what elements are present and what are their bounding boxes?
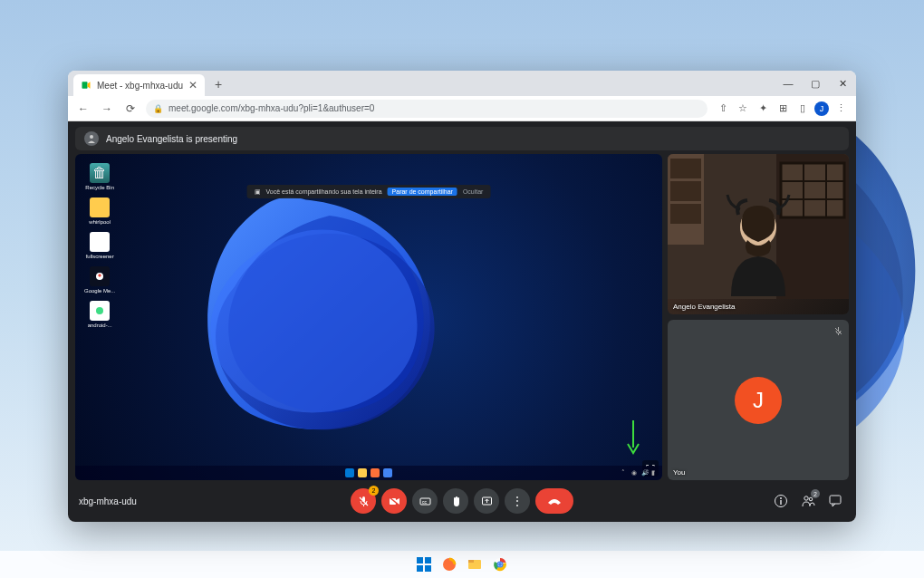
toolbar-right: ⇧ ☆ ✦ ⊞ ▯ J ⋮ xyxy=(715,101,849,117)
window-controls: — ▢ ✕ xyxy=(775,71,856,96)
firefox-icon[interactable] xyxy=(441,556,457,573)
svg-rect-27 xyxy=(670,204,701,224)
sharing-text: Você está compartilhando sua tela inteir… xyxy=(266,188,382,195)
svg-point-12 xyxy=(90,135,93,139)
participant-video-tile[interactable]: Angelo Evangelista xyxy=(668,154,849,314)
svg-text:cc: cc xyxy=(422,498,428,504)
folder-icon[interactable]: whirlpool xyxy=(84,197,115,225)
svg-point-39 xyxy=(804,496,808,500)
svg-rect-41 xyxy=(830,496,841,504)
avatar-initial: J xyxy=(735,377,782,424)
meet-info-icons: 2 xyxy=(771,491,845,511)
presenter-avatar-icon xyxy=(84,131,99,146)
sharing-indicator-icon: ▣ xyxy=(255,188,261,196)
tab-strip: Meet - xbg-mhxa-udu ✕ + — ▢ ✕ xyxy=(68,71,856,96)
svg-rect-26 xyxy=(670,181,701,201)
call-controls: 2 cc ⋮ xyxy=(351,488,573,514)
svg-rect-1 xyxy=(425,557,431,564)
minimize-button[interactable]: — xyxy=(775,71,802,96)
url-text: meet.google.com/xbg-mhxa-udu?pli=1&authu… xyxy=(168,103,374,113)
meet-app: Angelo Evangelista is presenting xyxy=(68,121,856,522)
recycle-bin-icon[interactable]: 🗑 Recycle Bin xyxy=(84,163,115,190)
present-button[interactable] xyxy=(474,488,499,514)
svg-rect-11 xyxy=(82,82,88,89)
close-window-button[interactable]: ✕ xyxy=(829,71,856,96)
chat-icon[interactable] xyxy=(825,491,845,511)
people-count-badge: 2 xyxy=(811,489,820,498)
share-icon[interactable]: ⇧ xyxy=(715,101,731,117)
shared-desktop-icons: 🗑 Recycle Bin whirlpool fullscreener Goo… xyxy=(84,163,115,328)
svg-rect-3 xyxy=(425,565,431,572)
muted-mic-icon xyxy=(832,324,844,337)
tab-close-icon[interactable]: ✕ xyxy=(188,79,197,92)
svg-point-40 xyxy=(809,497,813,501)
shared-system-tray: ˄ ◉ 🔊 ▮ xyxy=(621,466,659,480)
svg-rect-6 xyxy=(468,560,474,563)
meet-main: ▣ Você está compartilhando sua tela inte… xyxy=(68,154,856,480)
captions-button[interactable]: cc xyxy=(412,488,438,514)
forward-button[interactable]: → xyxy=(99,101,115,117)
sharing-notification: ▣ Você está compartilhando sua tela inte… xyxy=(247,185,491,198)
browser-tab[interactable]: Meet - xbg-mhxa-udu ✕ xyxy=(73,74,205,96)
svg-point-10 xyxy=(498,563,502,566)
presenting-text: Angelo Evangelista is presenting xyxy=(106,134,237,144)
tray-battery-icon: ▮ xyxy=(651,469,659,477)
address-bar: ← → ⟳ 🔒 meet.google.com/xbg-mhxa-udu?pli… xyxy=(68,96,856,121)
inner-firefox-icon xyxy=(371,468,380,477)
shared-screen-tile[interactable]: ▣ Você está compartilhando sua tela inte… xyxy=(75,154,662,480)
host-taskbar xyxy=(0,551,924,578)
more-options-button[interactable]: ⋮ xyxy=(505,488,530,514)
kebab-menu-icon[interactable]: ⋮ xyxy=(833,101,849,117)
hide-notice-button[interactable]: Ocultar xyxy=(463,188,484,195)
back-button[interactable]: ← xyxy=(75,101,91,117)
participant-name: Angelo Evangelista xyxy=(673,303,736,311)
hangup-button[interactable] xyxy=(535,488,573,514)
mic-badge: 2 xyxy=(369,486,379,496)
file-icon[interactable]: fullscreener xyxy=(84,232,115,259)
meeting-info-icon[interactable] xyxy=(771,491,791,511)
tray-volume-icon: 🔊 xyxy=(641,469,649,477)
inner-chrome-icon xyxy=(383,468,392,477)
annotation-arrow-icon xyxy=(624,419,642,455)
lock-icon: 🔒 xyxy=(153,104,163,113)
camera-button[interactable] xyxy=(381,488,407,514)
new-tab-button[interactable]: + xyxy=(208,74,228,94)
maximize-button[interactable]: ▢ xyxy=(802,71,829,96)
omnibox[interactable]: 🔒 meet.google.com/xbg-mhxa-udu?pli=1&aut… xyxy=(146,100,707,118)
person-silhouette-icon xyxy=(704,188,813,296)
meet-controls-bar: xbg-mhxa-udu 2 cc ⋮ xyxy=(68,480,856,522)
participant-avatar-tile[interactable]: J You xyxy=(668,320,849,480)
svg-rect-25 xyxy=(670,159,701,178)
inner-start-icon xyxy=(345,468,354,477)
inner-explorer-icon xyxy=(358,468,367,477)
star-icon[interactable]: ☆ xyxy=(735,101,751,117)
wallpaper-bloom-icon xyxy=(163,175,480,447)
svg-rect-0 xyxy=(417,557,423,564)
raise-hand-button[interactable] xyxy=(443,488,468,514)
mic-button[interactable]: 2 xyxy=(351,488,376,514)
people-icon[interactable]: 2 xyxy=(798,491,818,511)
browser-window: Meet - xbg-mhxa-udu ✕ + — ▢ ✕ ← → ⟳ 🔒 me… xyxy=(68,71,856,522)
meet-favicon-icon xyxy=(81,80,91,91)
svg-point-14 xyxy=(96,307,103,314)
participants-column: Angelo Evangelista J You xyxy=(668,154,849,480)
participant-name: You xyxy=(673,468,686,477)
android-shortcut-icon[interactable]: android-... xyxy=(84,301,115,328)
cast-icon[interactable]: ▯ xyxy=(794,101,811,117)
stop-sharing-button[interactable]: Parar de compartilhar xyxy=(388,188,457,196)
svg-rect-38 xyxy=(780,500,781,505)
svg-rect-2 xyxy=(417,565,423,572)
chrome-icon[interactable] xyxy=(492,556,508,573)
reload-button[interactable]: ⟳ xyxy=(122,101,139,117)
google-shortcut-icon[interactable]: Google Me... xyxy=(84,266,115,294)
tab-title: Meet - xbg-mhxa-udu xyxy=(97,81,183,91)
shared-taskbar xyxy=(75,466,662,480)
start-icon[interactable] xyxy=(416,556,432,573)
extensions-icon[interactable]: ✦ xyxy=(755,101,771,117)
profile-avatar[interactable]: J xyxy=(814,101,829,116)
file-explorer-icon[interactable] xyxy=(467,556,483,573)
svg-point-37 xyxy=(780,497,782,499)
puzzle-icon[interactable]: ⊞ xyxy=(775,101,791,117)
tray-chevron-icon: ˄ xyxy=(621,469,629,477)
tray-wifi-icon: ◉ xyxy=(631,469,639,477)
